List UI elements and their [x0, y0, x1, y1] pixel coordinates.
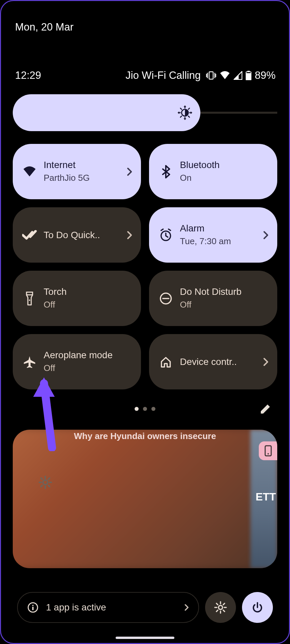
tile-title: Do Not Disturb	[180, 286, 269, 298]
power-icon	[251, 601, 263, 613]
alarm-icon	[158, 228, 174, 242]
brightness-slider[interactable]	[13, 94, 277, 131]
page-dot	[135, 407, 139, 411]
settings-button[interactable]	[205, 592, 236, 623]
chevron-right-icon	[263, 358, 269, 366]
battery-icon	[246, 71, 251, 80]
svg-point-16	[268, 453, 269, 454]
svg-point-17	[43, 480, 48, 485]
airplane-icon	[21, 355, 38, 369]
annotation-arrow	[29, 377, 59, 451]
wifi-icon	[220, 71, 230, 80]
tile-subtitle: Off	[44, 363, 132, 374]
page-dot	[143, 407, 147, 411]
notification-settings-icon[interactable]	[38, 475, 53, 490]
status-time: 12:29	[15, 69, 41, 82]
svg-rect-20	[32, 607, 34, 610]
active-apps-pill[interactable]: 1 app is active	[17, 592, 199, 623]
dnd-icon	[158, 292, 174, 305]
edit-tiles-button[interactable]	[259, 403, 272, 415]
chevron-right-icon	[127, 231, 132, 239]
home-icon	[158, 356, 174, 368]
gesture-nav-bar[interactable]	[116, 637, 175, 639]
chevron-right-icon	[263, 231, 269, 239]
tile-subtitle: Tue, 7:30 am	[180, 236, 260, 247]
media-partial-text: ETT	[256, 491, 276, 503]
tile-torch[interactable]: Torch Off	[13, 271, 141, 326]
svg-rect-10	[27, 292, 33, 295]
svg-rect-0	[209, 72, 213, 79]
tile-alarm[interactable]: Alarm Tue, 7:30 am	[149, 207, 277, 263]
brightness-fill[interactable]	[13, 94, 200, 131]
battery-percent: 89%	[255, 69, 276, 82]
tile-title: Aeroplane mode	[44, 350, 132, 361]
tile-dnd[interactable]: Do Not Disturb Off	[149, 271, 277, 326]
tile-subtitle: ParthJio 5G	[44, 172, 124, 184]
date-header: Mon, 20 Mar	[1, 1, 289, 33]
svg-marker-5	[184, 105, 186, 107]
media-headline: Why are Hyundai owners insecure	[74, 431, 216, 441]
footer-bar: 1 app is active	[17, 592, 273, 623]
brightness-icon	[178, 105, 192, 120]
svg-rect-3	[246, 73, 251, 80]
tile-title: Bluetooth	[180, 159, 269, 171]
tile-title: To Do Quick..	[44, 229, 124, 241]
torch-icon	[21, 291, 38, 306]
bluetooth-icon	[158, 165, 174, 178]
tile-title: Alarm	[180, 223, 260, 234]
svg-point-19	[32, 605, 34, 606]
quick-settings-tiles: Internet ParthJio 5G Bluetooth On To Do …	[1, 131, 289, 389]
signal-icon	[234, 71, 242, 80]
tile-internet[interactable]: Internet ParthJio 5G	[13, 144, 141, 199]
wifi-icon	[21, 166, 38, 177]
info-icon	[27, 602, 39, 613]
tile-subtitle: Off	[180, 299, 269, 311]
svg-marker-7	[178, 111, 179, 114]
active-apps-label: 1 app is active	[46, 602, 106, 613]
tile-bluetooth[interactable]: Bluetooth On	[149, 144, 277, 199]
tile-title: Internet	[44, 159, 124, 171]
svg-marker-14	[33, 377, 55, 397]
chevron-right-icon	[127, 167, 132, 176]
tile-subtitle: On	[180, 172, 269, 184]
gear-icon	[214, 601, 227, 614]
status-right: Jio Wi-Fi Calling 89%	[126, 69, 276, 82]
tile-title: Torch	[44, 286, 132, 298]
vibrate-icon	[206, 71, 216, 80]
svg-marker-6	[184, 118, 186, 120]
tile-todo[interactable]: To Do Quick..	[13, 207, 141, 263]
check-icon	[21, 230, 38, 240]
carrier-label: Jio Wi-Fi Calling	[126, 69, 201, 82]
svg-marker-8	[191, 111, 192, 114]
svg-point-21	[219, 605, 223, 609]
output-device-badge[interactable]	[259, 441, 277, 460]
tile-subtitle: Off	[44, 299, 132, 311]
chevron-right-icon	[184, 604, 189, 611]
status-bar: 12:29 Jio Wi-Fi Calling 89%	[1, 33, 289, 82]
tile-title: Device contr..	[180, 356, 260, 368]
power-button[interactable]	[242, 592, 273, 623]
page-dot	[151, 407, 155, 411]
tile-device-controls[interactable]: Device contr..	[149, 334, 277, 389]
svg-point-11	[29, 300, 30, 301]
